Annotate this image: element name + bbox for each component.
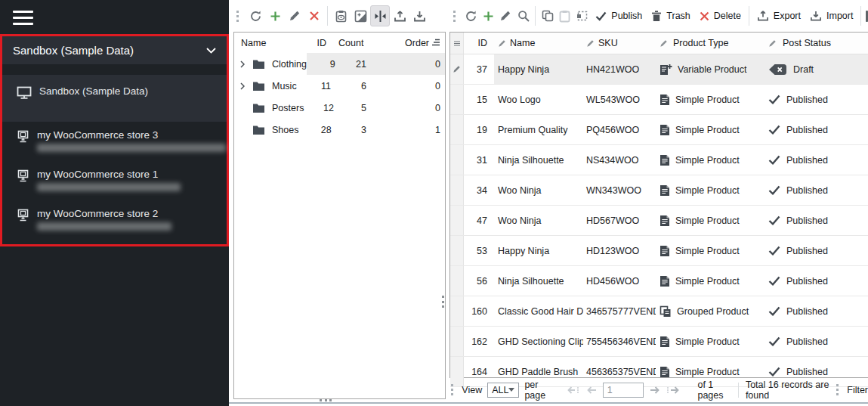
- product-type-cell[interactable]: Simple Product: [656, 245, 761, 257]
- product-type-cell[interactable]: Variable Product: [656, 64, 761, 76]
- row-selector-gutter[interactable]: [450, 206, 464, 235]
- row-selector-gutter[interactable]: [450, 266, 464, 296]
- product-type-cell[interactable]: Simple Product: [656, 94, 761, 106]
- product-type-cell[interactable]: Simple Product: [656, 336, 761, 348]
- product-row[interactable]: 15 Woo Logo WL543WOO: [450, 85, 868, 115]
- per-page-dropdown[interactable]: ALL: [487, 383, 519, 398]
- product-row[interactable]: 56 Ninja Silhouette HD456WOO: [450, 266, 868, 296]
- product-name-cell[interactable]: Classic Good Hair Da: [494, 306, 583, 317]
- row-selector-gutter[interactable]: [450, 85, 464, 114]
- product-type-cell[interactable]: Simple Product: [656, 366, 761, 378]
- product-type-cell[interactable]: Simple Product: [656, 154, 761, 166]
- product-row[interactable]: 47 Woo Ninja HD567WOO: [450, 206, 868, 236]
- expand-chevron-icon[interactable]: [240, 60, 248, 68]
- product-status-cell[interactable]: Published Published: [761, 246, 868, 256]
- product-row[interactable]: 37 Happy Ninja HN421WOO: [450, 54, 868, 85]
- column-header-order[interactable]: Order: [375, 38, 445, 48]
- product-name-cell[interactable]: Ninja Silhouette: [494, 276, 583, 287]
- product-sku-cell[interactable]: 346575777VEND: [583, 306, 656, 317]
- column-header-status[interactable]: Post Status: [761, 38, 868, 48]
- product-name-cell[interactable]: GHD Paddle Brush: [494, 367, 583, 377]
- column-header-id[interactable]: ID: [464, 38, 494, 48]
- product-sku-cell[interactable]: HD456WOO: [583, 276, 656, 287]
- search-icon[interactable]: [514, 5, 532, 26]
- preview-clipboard-icon[interactable]: [331, 5, 351, 26]
- row-selector-gutter[interactable]: [450, 296, 464, 326]
- product-status-cell[interactable]: Published Published: [761, 155, 868, 166]
- category-row[interactable]: Clothing 9 21 0: [234, 53, 445, 75]
- product-status-cell[interactable]: Published Published: [761, 95, 868, 105]
- row-selector-gutter[interactable]: [450, 115, 464, 144]
- paste-special-icon[interactable]: [573, 5, 591, 26]
- column-header-name[interactable]: Name: [494, 38, 583, 48]
- product-sku-cell[interactable]: PQ456WOO: [583, 125, 656, 135]
- product-name-cell[interactable]: Happy Ninja: [494, 64, 583, 75]
- product-name-cell[interactable]: Happy Ninja: [494, 246, 583, 256]
- column-header-name[interactable]: Name: [234, 38, 293, 48]
- product-status-cell[interactable]: Published Published: [761, 336, 868, 347]
- column-header-type[interactable]: Product Type: [656, 38, 761, 48]
- pager-grip-icon[interactable]: [451, 384, 455, 395]
- vertical-splitter-handle[interactable]: [442, 296, 446, 308]
- product-sku-cell[interactable]: HD123WOO: [583, 246, 656, 256]
- refresh-icon[interactable]: [462, 5, 480, 26]
- row-selector-gutter[interactable]: [450, 54, 464, 84]
- first-page-button[interactable]: [567, 385, 581, 395]
- product-sku-cell[interactable]: WL543WOO: [583, 95, 656, 105]
- connection-item[interactable]: my WooCommerce store 2: [2, 200, 227, 240]
- product-sku-cell[interactable]: NS434WOO: [583, 155, 656, 166]
- hamburger-menu-icon[interactable]: [13, 11, 33, 25]
- product-status-cell[interactable]: Published Published: [761, 185, 868, 196]
- toolbar-grip-icon[interactable]: [453, 11, 458, 22]
- connection-item[interactable]: my WooCommerce store 3: [2, 122, 227, 161]
- row-selector-gutter[interactable]: [450, 236, 464, 265]
- product-type-cell[interactable]: Simple Product: [656, 124, 761, 136]
- add-icon[interactable]: [480, 5, 497, 26]
- category-name-cell[interactable]: Posters: [234, 97, 304, 119]
- product-row[interactable]: 31 Ninja Silhouette NS434WOO: [450, 145, 868, 175]
- category-name-cell[interactable]: Shoes: [234, 119, 298, 141]
- product-sku-cell[interactable]: 755456346VEND: [583, 336, 656, 347]
- product-sku-cell[interactable]: HN421WOO: [583, 64, 656, 75]
- product-status-cell[interactable]: Published Published: [761, 306, 868, 317]
- publish-button[interactable]: Publish: [591, 5, 647, 26]
- connection-dropdown[interactable]: Sandbox (Sample Data): [2, 36, 227, 64]
- delete-icon[interactable]: [304, 5, 324, 26]
- product-name-cell[interactable]: GHD Sectioning Clip: [494, 336, 583, 347]
- product-type-cell[interactable]: Simple Product: [656, 275, 761, 287]
- import-icon[interactable]: [409, 5, 429, 26]
- product-type-cell[interactable]: Simple Product: [656, 215, 761, 227]
- product-status-cell[interactable]: Published Published: [761, 215, 868, 226]
- filter-label[interactable]: Filter: [847, 385, 868, 395]
- refresh-icon[interactable]: [246, 5, 265, 26]
- last-page-button[interactable]: [666, 385, 679, 395]
- add-icon[interactable]: [265, 5, 285, 26]
- product-sku-cell[interactable]: WN343WOO: [583, 185, 656, 196]
- column-header-count[interactable]: Count: [332, 38, 375, 48]
- product-status-cell[interactable]: Published Published: [761, 367, 868, 377]
- paste-icon[interactable]: [556, 5, 573, 26]
- column-header-sku[interactable]: SKU: [583, 38, 656, 48]
- product-status-cell[interactable]: Draft Draft: [761, 64, 868, 76]
- product-row[interactable]: 34 Woo Ninja WN343WOO: [450, 175, 868, 206]
- row-selector-gutter[interactable]: [450, 145, 464, 175]
- product-name-cell[interactable]: Premium Quality: [494, 125, 583, 135]
- page-number-input[interactable]: [603, 383, 644, 398]
- row-selector-gutter[interactable]: [450, 175, 464, 205]
- product-sku-cell[interactable]: 456365375VEND: [583, 367, 656, 377]
- product-type-cell[interactable]: Simple Product: [656, 184, 761, 197]
- trash-button[interactable]: Trash: [647, 5, 695, 26]
- category-row[interactable]: Music 11 6 0: [234, 75, 445, 97]
- product-name-cell[interactable]: Woo Ninja: [494, 185, 583, 196]
- category-name-cell[interactable]: Music: [234, 75, 298, 97]
- expand-chevron-icon[interactable]: [240, 82, 248, 90]
- connection-item[interactable]: Sandbox (Sample Data): [2, 75, 227, 122]
- product-type-cell[interactable]: Grouped Product: [656, 305, 761, 318]
- category-row[interactable]: Shoes 28 3 1: [234, 119, 445, 141]
- import-button[interactable]: Import: [805, 5, 857, 26]
- connection-item[interactable]: my WooCommerce store 1: [2, 161, 227, 200]
- product-row[interactable]: 160 Classic Good Hair Da 346575777VEND: [450, 296, 868, 327]
- product-row[interactable]: 162 GHD Sectioning Clip 755456346VEND: [450, 327, 868, 357]
- edit-icon[interactable]: [285, 5, 304, 26]
- delete-button[interactable]: Delete: [695, 5, 746, 26]
